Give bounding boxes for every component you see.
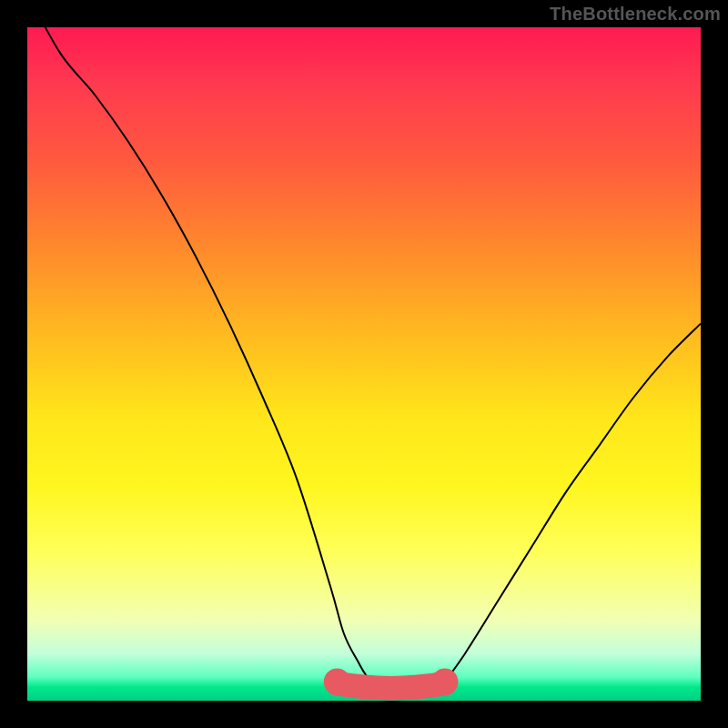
watermark-text: TheBottleneck.com (550, 4, 721, 25)
chart-frame: TheBottleneck.com (0, 0, 728, 728)
bottleneck-curve (27, 0, 701, 688)
plot-area (27, 27, 701, 701)
curve-minimum-highlight (324, 669, 459, 695)
chart-svg (27, 27, 701, 701)
svg-point-0 (324, 669, 350, 695)
svg-point-1 (431, 669, 458, 695)
